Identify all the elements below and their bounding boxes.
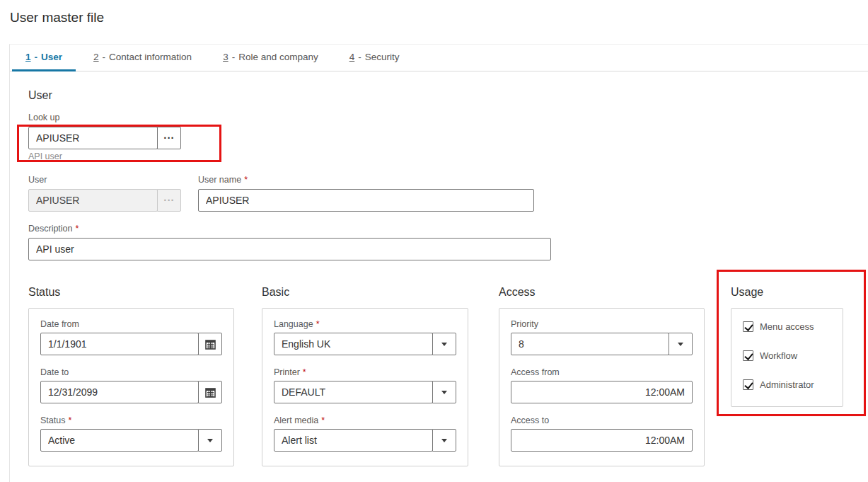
user-field: ...: [28, 189, 181, 212]
tab-role-and-company[interactable]: 3 - Role and company: [209, 45, 332, 71]
tab-separator: -: [103, 52, 106, 62]
priority-dropdown-button[interactable]: [669, 333, 693, 355]
user-name-label: User name*: [198, 175, 248, 185]
chevron-down-icon: [441, 391, 447, 394]
tab-accesskey: 1: [25, 52, 31, 62]
user-name-input[interactable]: [198, 189, 534, 212]
status-field: Status*: [40, 415, 222, 452]
status-groupbox: Date from Date to: [28, 308, 234, 466]
required-marker: *: [76, 224, 79, 234]
description-input[interactable]: [28, 238, 551, 260]
calendar-icon: [205, 339, 216, 350]
menu-access-checkbox-row[interactable]: Menu access: [743, 321, 831, 332]
user-section-heading: User: [28, 89, 52, 102]
basic-section-heading: Basic: [262, 286, 289, 299]
tab-label: Security: [365, 52, 400, 62]
alert-media-field: Alert media*: [274, 415, 456, 452]
status-section-heading: Status: [28, 286, 60, 299]
calendar-icon: [205, 387, 216, 398]
tab-separator: -: [358, 52, 361, 62]
priority-label: Priority: [511, 319, 693, 329]
workflow-checkbox[interactable]: [743, 350, 753, 361]
user-field-label: User: [28, 175, 47, 185]
chevron-down-icon: [441, 343, 447, 346]
date-to-input[interactable]: [40, 381, 199, 403]
date-to-calendar-button[interactable]: [198, 381, 222, 403]
tab-separator: -: [232, 52, 236, 62]
tab-accesskey: 4: [349, 52, 355, 62]
printer-dropdown-button[interactable]: [432, 381, 456, 403]
workflow-checkbox-row[interactable]: Workflow: [743, 350, 831, 361]
status-label: Status*: [40, 415, 222, 425]
access-section-heading: Access: [499, 286, 536, 299]
language-field: Language*: [274, 319, 456, 355]
alert-media-combobox-input[interactable]: [274, 429, 433, 452]
tab-label: Role and company: [238, 52, 318, 62]
lookup-description-text: API user: [28, 151, 62, 161]
printer-combobox-input[interactable]: [274, 381, 433, 403]
lookup-field: ...: [28, 127, 181, 149]
access-from-field: Access from: [511, 367, 693, 403]
tab-separator: -: [35, 52, 38, 62]
administrator-label: Administrator: [760, 379, 814, 390]
description-label: Description*: [28, 224, 79, 234]
date-from-field: Date from: [40, 319, 222, 355]
access-groupbox: Priority Access from Access to: [499, 308, 705, 466]
chevron-down-icon: [441, 439, 447, 442]
required-marker: *: [68, 415, 71, 425]
chevron-down-icon: [207, 439, 213, 442]
user-name-field: [198, 189, 534, 212]
administrator-checkbox-row[interactable]: Administrator: [743, 379, 831, 390]
menu-access-label: Menu access: [760, 321, 814, 332]
page-title: User master file: [10, 10, 104, 25]
status-combobox-input[interactable]: [40, 429, 199, 452]
required-marker: *: [244, 175, 248, 185]
tab-user[interactable]: 1 - User: [12, 45, 76, 71]
language-label: Language*: [274, 319, 456, 329]
usage-section-heading: Usage: [731, 286, 763, 299]
basic-groupbox: Language* Printer* Alert media*: [262, 308, 468, 466]
printer-label: Printer*: [274, 367, 456, 377]
access-to-input[interactable]: [511, 429, 693, 452]
user-master-file-screen: User master file 1 - User 2 - Contact in…: [0, 0, 868, 482]
access-to-field: Access to: [511, 415, 693, 452]
language-combobox-input[interactable]: [274, 333, 433, 355]
printer-field: Printer*: [274, 367, 456, 403]
priority-field: Priority: [511, 319, 693, 355]
tab-label: Contact information: [109, 52, 192, 62]
date-to-field: Date to: [40, 367, 222, 403]
required-marker: *: [316, 319, 320, 329]
lookup-input[interactable]: [28, 127, 158, 149]
required-marker: *: [303, 367, 306, 377]
user-input: [28, 189, 158, 212]
alert-media-label: Alert media*: [274, 415, 456, 425]
date-from-input[interactable]: [40, 333, 199, 355]
alert-media-dropdown-button[interactable]: [432, 429, 456, 452]
usage-groupbox: Menu access Workflow Administrator: [731, 308, 843, 407]
date-from-label: Date from: [40, 319, 222, 329]
language-dropdown-button[interactable]: [432, 333, 456, 355]
menu-access-checkbox[interactable]: [743, 321, 753, 332]
tab-accesskey: 2: [93, 52, 99, 62]
status-dropdown-button[interactable]: [198, 429, 222, 452]
access-from-label: Access from: [511, 367, 693, 377]
lookup-browse-button[interactable]: ...: [157, 127, 181, 149]
user-browse-button: ...: [157, 189, 181, 212]
tab-contact-information[interactable]: 2 - Contact information: [80, 45, 205, 71]
tab-label: User: [41, 52, 62, 62]
date-to-label: Date to: [40, 367, 222, 377]
tab-security[interactable]: 4 - Security: [336, 45, 413, 71]
workflow-label: Workflow: [760, 350, 797, 361]
description-field: [28, 238, 551, 260]
required-marker: *: [321, 415, 325, 425]
access-from-input[interactable]: [511, 381, 693, 403]
date-from-calendar-button[interactable]: [198, 333, 222, 355]
priority-combobox-input[interactable]: [511, 333, 669, 355]
tab-accesskey: 3: [223, 52, 228, 62]
lookup-label: Look up: [28, 113, 59, 122]
tab-bar: 1 - User 2 - Contact information 3 - Rol…: [10, 45, 868, 71]
access-to-label: Access to: [511, 415, 693, 425]
administrator-checkbox[interactable]: [743, 379, 753, 390]
chevron-down-icon: [678, 343, 683, 346]
